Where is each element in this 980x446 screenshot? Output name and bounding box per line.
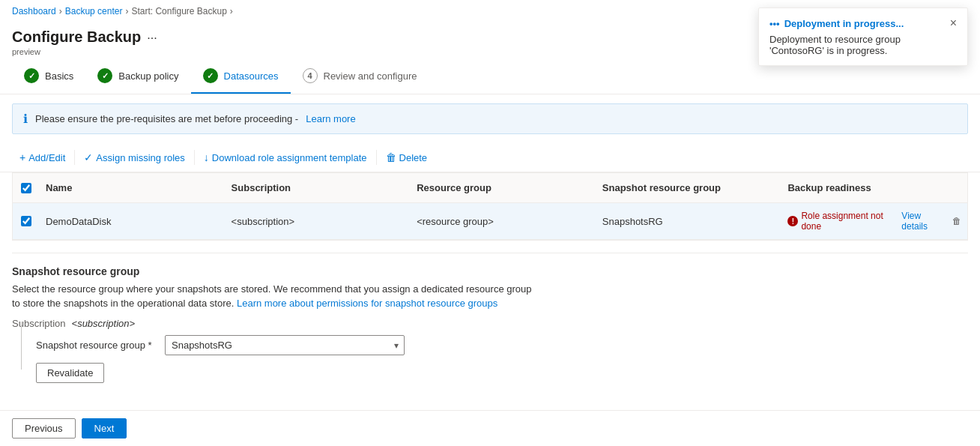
page-title: Configure Backup: [12, 28, 141, 46]
snapshot-desc-2: to store the snapshots in the operationa…: [12, 298, 968, 309]
tab-policy-icon: ✓: [97, 68, 112, 83]
add-icon: +: [19, 151, 25, 163]
snapshot-rg-select[interactable]: SnapshotsRG: [165, 335, 405, 355]
tab-datasources-icon: ✓: [203, 68, 218, 83]
breadcrumb-dashboard[interactable]: Dashboard: [12, 6, 56, 16]
page-subtitle: preview: [12, 47, 141, 56]
snapshot-rg-select-wrapper: SnapshotsRG ▾: [165, 335, 405, 355]
toolbar-sep-2: [194, 150, 195, 165]
vertical-line: [21, 322, 22, 370]
table-header: Name Subscription Resource group Snapsho…: [13, 173, 967, 203]
snapshot-desc-1: Select the resource group where your sna…: [12, 283, 968, 295]
snapshot-learn-more-link[interactable]: Learn more about permissions for snapsho…: [237, 298, 497, 309]
delete-icon: 🗑: [386, 151, 396, 163]
error-badge: ! Role assignment not done View details …: [787, 211, 961, 232]
row-name: DemoDataDisk: [40, 213, 226, 230]
snapshot-section: Snapshot resource group Select the resou…: [12, 253, 968, 395]
table-row: DemoDataDisk <subscription> <resource gr…: [13, 203, 967, 240]
breadcrumb-sep-1: ›: [59, 6, 62, 16]
toolbar-sep-3: [376, 150, 377, 165]
error-dot-icon: !: [787, 216, 798, 226]
row-resource-group: <resource group>: [411, 213, 596, 230]
more-options-icon[interactable]: ···: [147, 31, 157, 45]
notification-popup: ••• Deployment in progress... × Deployme…: [758, 7, 968, 66]
revalidate-button[interactable]: Revalidate: [36, 363, 104, 383]
row-checkbox[interactable]: [21, 216, 31, 226]
tab-basics[interactable]: ✓ Basics: [12, 59, 85, 94]
add-edit-button[interactable]: + Add/Edit: [12, 148, 73, 167]
subscription-container: Subscription <subscription>: [12, 318, 968, 329]
breadcrumb-sep-2: ›: [125, 6, 128, 16]
assign-roles-button[interactable]: ✓ Assign missing roles: [76, 148, 193, 167]
readiness-text: Role assignment not done: [801, 211, 895, 232]
checkmark-icon: ✓: [84, 151, 93, 163]
download-template-button[interactable]: ↓ Download role assignment template: [196, 148, 375, 167]
datasources-table: Name Subscription Resource group Snapsho…: [12, 172, 968, 241]
col-readiness: Backup readiness: [781, 179, 967, 196]
subscription-value: <subscription>: [72, 318, 136, 329]
tab-basics-icon: ✓: [24, 68, 39, 83]
row-readiness: ! Role assignment not done View details …: [781, 208, 967, 235]
snapshot-section-title: Snapshot resource group: [12, 265, 968, 277]
view-details-link[interactable]: View details: [901, 211, 945, 232]
row-delete-icon[interactable]: 🗑: [952, 216, 961, 226]
notification-body: Deployment to resource group 'ContosoRG'…: [769, 34, 957, 56]
col-subscription: Subscription: [226, 179, 411, 196]
toolbar: + Add/Edit ✓ Assign missing roles ↓ Down…: [0, 143, 980, 172]
notification-close-button[interactable]: ×: [950, 17, 957, 29]
notif-dots-icon: •••: [769, 18, 780, 29]
row-checkbox-cell: [13, 213, 40, 229]
breadcrumb-current: Start: Configure Backup: [131, 6, 226, 16]
tab-datasources[interactable]: ✓ Datasources: [191, 59, 291, 94]
tab-review-label: Review and configure: [324, 70, 417, 82]
snapshot-rg-group: Snapshot resource group * SnapshotsRG ▾ …: [36, 335, 968, 383]
col-snapshot-rg: Snapshot resource group: [596, 179, 782, 196]
tab-datasources-label: Datasources: [224, 70, 279, 82]
col-name: Name: [40, 179, 226, 196]
download-icon: ↓: [204, 151, 209, 163]
toolbar-sep-1: [74, 150, 75, 165]
tab-review-icon: 4: [303, 68, 318, 83]
tab-basics-label: Basics: [45, 70, 73, 82]
select-all-checkbox[interactable]: [21, 183, 31, 193]
tab-backup-policy[interactable]: ✓ Backup policy: [85, 59, 190, 94]
header-checkbox-cell: [13, 180, 40, 196]
info-banner: ℹ Please ensure the pre-requisites are m…: [12, 103, 968, 134]
tab-policy-label: Backup policy: [118, 70, 178, 82]
breadcrumb-sep-3: ›: [230, 6, 233, 16]
delete-button[interactable]: 🗑 Delete: [378, 148, 435, 167]
snapshot-rg-label: Snapshot resource group *: [36, 340, 156, 351]
info-icon: ℹ: [23, 112, 28, 126]
col-resource-group: Resource group: [411, 179, 596, 196]
row-snapshot-rg: SnapshotsRG: [596, 213, 782, 230]
learn-more-link[interactable]: Learn more: [306, 113, 355, 124]
info-text: Please ensure the pre-requisites are met…: [35, 113, 298, 124]
breadcrumb-backup-center[interactable]: Backup center: [65, 6, 123, 16]
tab-review[interactable]: 4 Review and configure: [291, 59, 429, 94]
row-subscription: <subscription>: [226, 213, 411, 230]
notification-title: ••• Deployment in progress...: [769, 18, 904, 29]
subscription-label: Subscription: [12, 318, 66, 329]
snapshot-rg-row: Snapshot resource group * SnapshotsRG ▾: [36, 335, 968, 355]
